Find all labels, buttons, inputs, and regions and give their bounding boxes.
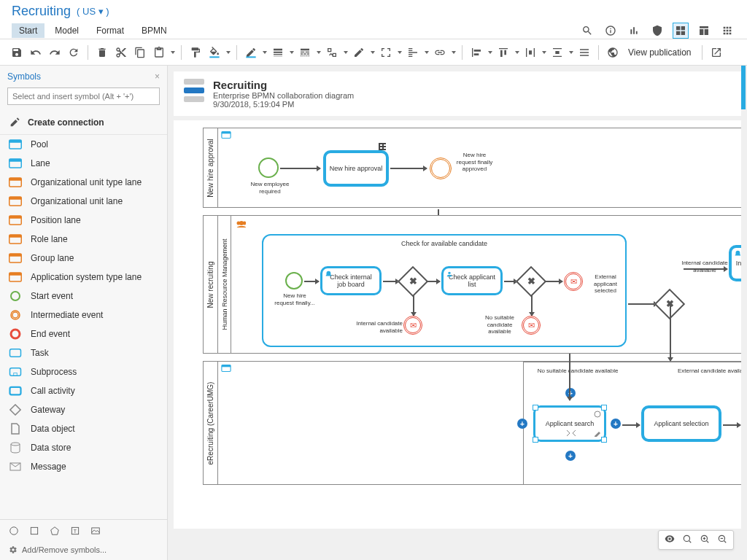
layout-icon[interactable] — [696, 23, 712, 39]
msg-event-nosuitable[interactable] — [522, 316, 541, 335]
symbol-item[interactable]: Pool — [0, 135, 167, 154]
pentagon-shape-icon[interactable] — [50, 526, 60, 538]
symbol-item[interactable]: Position lane — [0, 211, 167, 230]
symbol-item[interactable]: Task — [0, 343, 167, 362]
info-icon[interactable] — [603, 23, 619, 39]
group-icon[interactable] — [378, 44, 394, 61]
symbol-item[interactable]: Lane — [0, 154, 167, 173]
symbol-item[interactable]: Data store — [0, 438, 167, 457]
symbol-search-input[interactable] — [7, 88, 160, 105]
gear-icon[interactable] — [594, 411, 601, 418]
task-check-applicant-list[interactable]: Check applicant list — [441, 266, 503, 295]
intermediate-event-approved[interactable] — [430, 158, 452, 179]
pool-new-hire-approval[interactable]: New hire approval New employee required … — [203, 128, 741, 208]
add-remove-symbols-button[interactable]: Add/Remove symbols... — [9, 545, 158, 554]
symbol-label: End event — [31, 329, 70, 339]
properties-icon[interactable] — [576, 44, 592, 61]
delete-icon[interactable] — [94, 44, 110, 61]
menu-bpmn[interactable]: BPMN — [134, 23, 174, 38]
square-shape-icon[interactable] — [29, 526, 39, 538]
model-title: Recruiting — [12, 4, 71, 19]
pool-erecruiting[interactable]: eRecruiting (CareerUMG) No suitable cand… — [203, 361, 741, 485]
locale-selector[interactable]: ( US ▾ ) — [77, 6, 109, 17]
subprocess-check-candidate[interactable]: Check for available candidate New hire r… — [262, 234, 627, 347]
line-style-icon[interactable] — [297, 44, 313, 61]
view-publication-button[interactable]: View publication — [624, 46, 696, 59]
zoom-out-icon[interactable] — [717, 534, 727, 546]
start-event-new-employee[interactable] — [258, 158, 279, 178]
task-new-hire-approval[interactable]: New hire approval — [323, 150, 389, 187]
edit-icon[interactable] — [594, 429, 601, 437]
cut-icon[interactable] — [113, 44, 129, 61]
arrange-icon[interactable] — [405, 44, 421, 61]
edit-icon[interactable] — [351, 44, 367, 61]
circle-shape-icon[interactable] — [9, 526, 19, 538]
globe-icon[interactable] — [605, 44, 621, 61]
symbol-item[interactable]: Message — [0, 457, 167, 476]
menu-format[interactable]: Format — [89, 23, 131, 38]
task-applicant-selection[interactable]: Applicant selection — [641, 405, 721, 442]
distribute-h-icon[interactable] — [522, 44, 538, 61]
msg-event-external[interactable] — [564, 272, 583, 291]
scroll-indicator[interactable] — [741, 66, 746, 109]
task-check-internal-board[interactable]: Check internal job board — [320, 266, 382, 295]
line-weight-icon[interactable] — [270, 44, 286, 61]
pool-new-recruiting[interactable]: New recruiting Human Resource Management… — [203, 215, 741, 354]
shield-icon[interactable] — [649, 23, 665, 39]
refresh-icon[interactable] — [66, 44, 82, 61]
gateway-2[interactable] — [516, 266, 546, 297]
search-icon[interactable] — [579, 23, 595, 39]
canvas-area[interactable]: Recruiting Enterprise BPMN collaboration… — [168, 66, 747, 560]
fit-view-icon[interactable] — [665, 534, 675, 546]
zoom-original-icon[interactable] — [682, 534, 692, 546]
menu-start[interactable]: Start — [12, 23, 44, 38]
diagram-canvas[interactable]: New hire approval New employee required … — [174, 120, 741, 529]
symbol-item[interactable]: Subprocess — [0, 362, 167, 381]
symbol-item[interactable]: Call activity — [0, 381, 167, 400]
line-color-icon[interactable] — [243, 44, 259, 61]
symbol-item[interactable]: End event — [0, 324, 167, 343]
symbol-item[interactable]: Group lane — [0, 249, 167, 268]
gear-icon — [9, 545, 18, 554]
undo-icon[interactable] — [28, 44, 44, 61]
symbol-item[interactable]: Data object — [0, 419, 167, 438]
copy-icon[interactable] — [132, 44, 148, 61]
zoom-in-icon[interactable] — [700, 534, 710, 546]
task-internal-job-cut[interactable]: Internal job — [729, 245, 741, 281]
menu-model[interactable]: Model — [47, 23, 86, 38]
view-toggle-icon[interactable] — [673, 23, 689, 39]
link-icon[interactable] — [432, 44, 448, 61]
align-top-icon[interactable] — [495, 44, 511, 61]
text-shape-icon[interactable]: T — [70, 526, 80, 538]
task-applicant-search-selected[interactable]: Applicant search — [533, 405, 606, 442]
format-painter-icon[interactable] — [187, 44, 204, 61]
save-icon[interactable] — [9, 44, 25, 61]
symbol-item[interactable]: Gateway — [0, 400, 167, 419]
add-node-bottom[interactable]: + — [565, 451, 576, 461]
expand-icon[interactable] — [566, 429, 576, 437]
sidebar-close-icon[interactable]: × — [155, 71, 160, 82]
align-left-icon[interactable] — [468, 44, 484, 61]
svg-rect-7 — [9, 178, 22, 181]
add-node-right[interactable]: + — [611, 419, 621, 429]
symbol-item[interactable]: Start event — [0, 287, 167, 306]
symbol-item[interactable]: Organizational unit type lane — [0, 173, 167, 192]
start-event-hr[interactable] — [285, 272, 303, 289]
symbol-item[interactable]: Organizational unit lane — [0, 192, 167, 211]
distribute-v-icon[interactable] — [549, 44, 565, 61]
symbol-item[interactable]: Intermediate event — [0, 306, 167, 324]
add-node-left[interactable]: + — [517, 419, 527, 429]
symbol-item[interactable]: Application system type lane — [0, 268, 167, 287]
gateway-1[interactable] — [398, 266, 428, 297]
symbol-item[interactable]: Role lane — [0, 230, 167, 249]
image-shape-icon[interactable] — [90, 526, 101, 538]
redo-icon[interactable] — [47, 44, 63, 61]
launch-icon[interactable] — [708, 44, 724, 61]
grid-icon[interactable] — [719, 23, 735, 39]
fill-color-icon[interactable] — [206, 44, 222, 61]
connector-icon[interactable] — [324, 44, 340, 61]
msg-event-internal[interactable] — [403, 316, 422, 335]
create-connection-button[interactable]: Create connection — [0, 111, 167, 134]
chart-icon[interactable] — [626, 23, 642, 39]
paste-icon[interactable] — [151, 44, 167, 61]
